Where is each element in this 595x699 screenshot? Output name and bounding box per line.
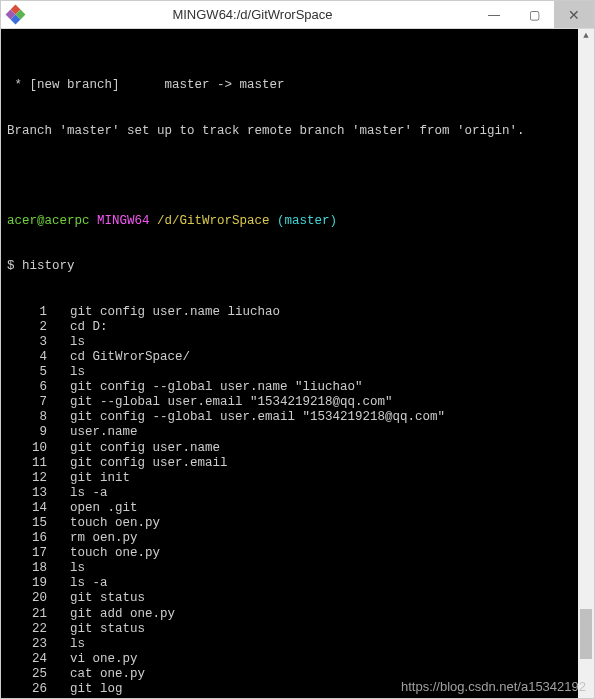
history-command: git config user.name [70,441,220,455]
titlebar[interactable]: MINGW64:/d/GitWrorSpace — ▢ ✕ [1,1,594,29]
history-line: 11 git config user.email [7,456,588,471]
history-list: 1 git config user.name liuchao2 cd D:3 l… [7,305,588,698]
history-number: 6 [7,380,47,395]
history-command: cd D: [70,320,108,334]
history-line: 8 git config --global user.email "153421… [7,410,588,425]
history-command: git --global user.email "1534219218@qq.c… [70,395,393,409]
close-button[interactable]: ✕ [554,1,594,28]
history-number: 21 [7,607,47,622]
history-line: 19 ls -a [7,576,588,591]
history-line: 13 ls -a [7,486,588,501]
history-line: 15 touch oen.py [7,516,588,531]
history-command: git add one.py [70,607,175,621]
history-number: 20 [7,591,47,606]
history-number: 16 [7,531,47,546]
scrollbar-thumb[interactable] [580,609,592,659]
maximize-button[interactable]: ▢ [514,1,554,28]
history-number: 17 [7,546,47,561]
history-line: 3 ls [7,335,588,350]
history-command: git config --global user.email "15342192… [70,410,445,424]
history-number: 12 [7,471,47,486]
history-line: 9 user.name [7,425,588,440]
history-number: 3 [7,335,47,350]
minimize-button[interactable]: — [474,1,514,28]
output-line: Branch 'master' set up to track remote b… [7,124,588,139]
history-command: git config --global user.name "liuchao" [70,380,363,394]
prompt-branch: (master) [277,214,337,228]
history-number: 23 [7,637,47,652]
history-number: 15 [7,516,47,531]
history-line: 24 vi one.py [7,652,588,667]
blank-line [7,169,588,184]
history-number: 27 [7,697,47,698]
history-command: git config user.name liuchao [70,305,280,319]
history-line: 10 git config user.name [7,441,588,456]
history-number: 14 [7,501,47,516]
prompt-path: /d/GitWrorSpace [157,214,270,228]
history-command: vi one.py [70,652,138,666]
history-line: 6 git config --global user.name "liuchao… [7,380,588,395]
history-command: ls [70,637,85,651]
history-line: 20 git status [7,591,588,606]
history-line: 23 ls [7,637,588,652]
terminal-area[interactable]: ▲ * [new branch] master -> master Branch… [1,29,594,698]
scroll-up-arrow[interactable]: ▲ [578,29,594,45]
history-command: ls [70,561,85,575]
history-number: 18 [7,561,47,576]
history-number: 10 [7,441,47,456]
history-line: 17 touch one.py [7,546,588,561]
history-number: 11 [7,456,47,471]
history-line: 18 ls [7,561,588,576]
history-command: ls [70,335,85,349]
output-line: * [new branch] master -> master [7,78,588,93]
history-line: 21 git add one.py [7,607,588,622]
history-number: 26 [7,682,47,697]
history-number: 22 [7,622,47,637]
scrollbar-track[interactable]: ▲ [578,29,594,698]
history-line: 22 git status [7,622,588,637]
history-number: 8 [7,410,47,425]
history-line: 2 cd D: [7,320,588,335]
history-number: 7 [7,395,47,410]
history-number: 1 [7,305,47,320]
history-number: 25 [7,667,47,682]
history-command: cat one.py [70,667,145,681]
watermark-text: https://blog.csdn.net/a15342192 [401,679,586,694]
history-number: 9 [7,425,47,440]
history-command: ls -a [70,576,108,590]
history-command: touch one.py [70,546,160,560]
history-line: 7 git --global user.email "1534219218@qq… [7,395,588,410]
history-command: open .git [70,501,138,515]
history-command: git status [70,591,145,605]
history-command: git status [70,622,145,636]
command-line: $ history [7,259,588,274]
history-command: git status [70,697,145,698]
history-line: 14 open .git [7,501,588,516]
prompt-userhost: acer@acerpc [7,214,90,228]
history-line: 16 rm oen.py [7,531,588,546]
history-command: git log [70,682,123,696]
history-command: user.name [70,425,138,439]
history-number: 2 [7,320,47,335]
history-command: ls [70,365,85,379]
history-command: git config user.email [70,456,228,470]
history-line: 4 cd GitWrorSpace/ [7,350,588,365]
history-command: rm oen.py [70,531,138,545]
history-command: cd GitWrorSpace/ [70,350,190,364]
history-number: 4 [7,350,47,365]
history-command: git init [70,471,130,485]
prompt-shell: MINGW64 [97,214,150,228]
history-number: 19 [7,576,47,591]
window-controls: — ▢ ✕ [474,1,594,28]
history-number: 24 [7,652,47,667]
history-line: 27 git status [7,697,588,698]
history-command: touch oen.py [70,516,160,530]
history-number: 13 [7,486,47,501]
history-line: 5 ls [7,365,588,380]
window-title: MINGW64:/d/GitWrorSpace [31,7,474,22]
history-line: 12 git init [7,471,588,486]
prompt-line: acer@acerpc MINGW64 /d/GitWrorSpace (mas… [7,214,588,229]
history-line: 1 git config user.name liuchao [7,305,588,320]
mingw-icon [7,6,25,24]
history-command: ls -a [70,486,108,500]
